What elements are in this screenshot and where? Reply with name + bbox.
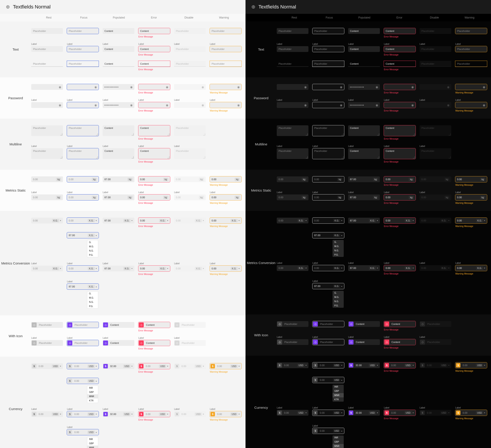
text-input[interactable]: Content [103,61,134,67]
eye-icon[interactable]: ◉ [166,85,168,89]
text-input[interactable]: Placeholder [67,61,99,67]
icon-input[interactable]: ◇Content [384,321,415,327]
dropdown-option[interactable]: P.G. [87,253,98,257]
currency-select[interactable]: USD▾ [87,365,97,368]
password-input[interactable]: ◉ [384,102,415,108]
metric-conv-input[interactable]: 0.00K.G.▾ [210,218,242,223]
dropdown-menu[interactable]: G.M.G.N.G.P.G. [332,291,344,308]
unit-select[interactable]: K.G.▾ [52,267,61,270]
currency-select[interactable]: USD▾ [230,365,240,368]
multiline-input[interactable]: Placeholder [312,148,344,159]
dropdown-option[interactable]: N.G. [87,300,98,304]
multiline-input[interactable]: Placeholder [277,148,308,159]
icon-input[interactable]: ◇Placeholder [312,321,344,327]
dropdown-option[interactable]: P.G. [332,253,344,257]
dropdown-option[interactable]: MNR [87,446,98,448]
metric-input[interactable]: 0.00kg [138,194,170,200]
text-input[interactable]: Placeholder [455,46,487,52]
icon-input[interactable]: ◇Content [138,340,170,346]
icon-input[interactable]: ◇Placeholder [31,340,63,346]
eye-icon[interactable]: ◉ [94,103,97,107]
password-input[interactable]: ◉ [210,102,242,108]
metric-conv-input[interactable]: 0.00K.G.▾ [455,265,487,271]
eye-icon[interactable]: ◉ [304,103,307,107]
metric-conv-input[interactable]: 0.00K.G.▾ [138,218,170,223]
dropdown-option[interactable]: INR [332,385,344,389]
currency-select[interactable]: USD▴ [333,378,342,382]
eye-icon[interactable]: ◉ [201,103,204,107]
text-input[interactable]: Content [348,46,380,52]
unit-select[interactable]: K.G.▾ [476,266,485,270]
currency-input[interactable]: $0.00USD▾ [210,411,242,417]
text-input[interactable]: Content [384,61,415,67]
currency-select[interactable]: USD▾ [159,365,168,368]
unit-select[interactable]: K.G.▾ [88,219,97,222]
eye-icon[interactable]: ◉ [237,103,240,107]
currency-select[interactable]: USD▴ [87,431,97,434]
eye-icon[interactable]: ◉ [94,85,97,89]
metric-conv-input[interactable]: 87.00K.G.▾ [348,218,380,223]
currency-select[interactable]: USD▾ [52,412,61,416]
unit-select[interactable]: K.G.▾ [195,267,204,270]
currency-input[interactable]: $0.00USD▾ [384,410,415,416]
metric-conv-input[interactable]: 0.00K.G.▾ [384,265,415,271]
unit-select[interactable]: K.G.▾ [405,219,414,222]
currency-input[interactable]: $0.00USD▾ [312,410,344,416]
currency-select[interactable]: USD▾ [333,364,342,367]
metric-conv-input[interactable]: 0.00K.G.▾ [312,265,344,271]
metric-conv-input[interactable]: 0.00K.G.▾ [67,218,99,223]
dropdown-option[interactable]: M.G. [332,244,344,248]
currency-select[interactable]: USD▾ [476,411,485,415]
currency-select[interactable]: USD▾ [123,412,132,416]
dropdown-option[interactable]: GBP [332,389,344,393]
dropdown-option[interactable]: N.G. [332,299,344,303]
currency-input[interactable]: $0.00USD▾ [455,362,487,368]
unit-select[interactable]: K.G.▾ [159,267,168,270]
currency-select[interactable]: USD▾ [195,365,204,368]
text-input[interactable]: Placeholder [31,46,63,52]
dropdown-option[interactable]: G. [87,292,98,296]
text-input[interactable]: Placeholder [210,28,242,34]
currency-input[interactable]: $0.00USD▴ [312,428,344,434]
eye-icon[interactable]: ◉ [483,103,485,107]
currency-select[interactable]: USD▾ [440,364,450,367]
unit-select[interactable]: K.G.▾ [88,267,97,270]
metric-conv-input[interactable]: 0.00K.G.▾ [67,265,99,271]
currency-select[interactable]: USD▾ [369,411,378,415]
icon-input[interactable]: ◇Placeholder [312,339,344,345]
unit-select[interactable]: K.G.▾ [440,219,450,222]
dropdown-option[interactable]: G. [332,291,344,295]
text-input[interactable]: Placeholder [210,46,242,52]
metric-conv-input[interactable]: 0.00K.G.▾ [31,265,63,271]
text-input[interactable]: Content [103,46,134,52]
metric-conv-input[interactable]: 87.00K.G.▾ [103,218,134,223]
metric-input[interactable]: 0.00kg [277,194,308,200]
password-input[interactable]: ◉ [312,102,344,108]
icon-input[interactable]: ◇Placeholder [277,321,308,327]
currency-select[interactable]: USD▾ [297,364,307,367]
metric-conv-input[interactable]: 0.00K.G.▾ [455,218,487,223]
text-input[interactable]: Content [348,61,380,67]
dropdown-option[interactable]: MNR [332,444,344,448]
password-input[interactable]: •••••••••••◉ [348,84,380,90]
unit-select[interactable]: K.G.▾ [298,219,307,222]
unit-select[interactable]: K.G.▾ [369,266,378,270]
metric-conv-input[interactable]: 87.00K.G.▴ [312,232,344,238]
metric-input[interactable]: 0.00kg [67,176,99,182]
currency-input[interactable]: $0.00USD▾ [31,363,63,369]
dropdown-menu[interactable]: INRGBPMNRKTR [332,385,344,402]
multiline-input[interactable]: Content [384,125,415,136]
multiline-input[interactable]: Placeholder [67,125,99,136]
password-input[interactable]: •••••••••••◉ [103,84,134,90]
text-input[interactable]: Placeholder [31,28,63,34]
dropdown-option[interactable]: P.G. [332,303,344,308]
metric-conv-input[interactable]: 87.00K.G.▴ [312,283,344,289]
dropdown-menu[interactable]: INRGBPMNRKTR [87,437,98,448]
text-input[interactable]: Placeholder [67,28,99,34]
password-input[interactable]: ◉ [67,102,99,108]
metric-conv-input[interactable]: 0.00K.G.▾ [277,218,308,223]
currency-select[interactable]: USD▾ [230,412,240,416]
dropdown-option[interactable]: M.G. [87,244,98,249]
icon-input[interactable]: ◇Content [384,339,415,345]
dropdown-option[interactable]: INR [87,437,98,441]
